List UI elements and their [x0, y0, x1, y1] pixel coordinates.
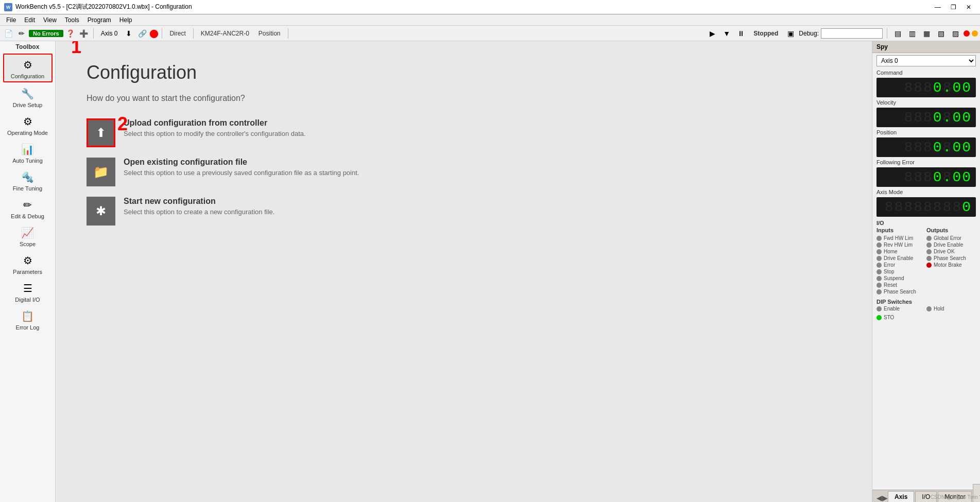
sidebar-item-edit-debug[interactable]: ✏ Edit & Debug — [3, 195, 53, 221]
axis-mode-label: Axis Mode — [872, 188, 980, 196]
io-phase-search-out: Phase Search — [926, 255, 976, 261]
device-label: KM24F-ANC2R-0 — [197, 29, 253, 38]
axis-mode-value: 0 — [962, 199, 972, 215]
dip-section: DIP Switches Enable Hold — [872, 297, 980, 314]
sidebar-item-configuration[interactable]: ⚙ Configuration — [3, 54, 53, 82]
velocity-label: Velocity — [872, 98, 980, 107]
menu-bar: File Edit View Tools Program Help — [0, 14, 980, 26]
menu-program[interactable]: Program — [83, 15, 115, 25]
toolbar-btn-3[interactable]: ▦ — [920, 27, 933, 40]
axis-config-btn[interactable]: ⬇ — [123, 27, 135, 40]
help-button[interactable]: ❓ — [64, 27, 77, 40]
sidebar-item-scope[interactable]: 📈 Scope — [3, 222, 53, 249]
command-value: 0.00 — [933, 80, 972, 96]
layout-button[interactable]: ▣ — [784, 27, 797, 40]
toolbar-btn-2[interactable]: ▥ — [906, 27, 918, 40]
maximize-button[interactable]: ❐ — [946, 2, 960, 12]
position-mode-label: Position — [254, 29, 285, 38]
following-error-display: 8888888 0.00 — [876, 167, 976, 187]
play-button[interactable]: ▶ — [706, 27, 718, 40]
spy-header: Spy — [872, 41, 980, 53]
debug-input[interactable] — [821, 28, 883, 39]
scope-label: Scope — [20, 241, 36, 247]
drive-enable-out-led — [926, 243, 932, 248]
velocity-value: 0.00 — [933, 110, 972, 126]
sidebar-item-parameters[interactable]: ⚙ Parameters — [3, 250, 53, 277]
toolbar-sep-2 — [162, 28, 162, 39]
upload-option-title: Upload configuration from controller — [124, 118, 306, 128]
config-option-new[interactable]: ✱ Start new configuration Select this op… — [87, 197, 841, 226]
sidebar-item-auto-tuning[interactable]: 📊 Auto Tuning — [3, 139, 53, 166]
dip-label: DIP Switches — [876, 299, 976, 305]
title-bar: W WorkBench v5.5 - [C2调试2022070802V1.0.w… — [0, 0, 980, 14]
config-option-open[interactable]: 📁 Open existing configuration file Selec… — [87, 158, 841, 186]
suspend-label: Suspend — [884, 275, 904, 281]
io-label: I/O — [876, 220, 976, 226]
io-global-error: Global Error — [926, 235, 976, 241]
config-title: Configuration — [87, 62, 841, 83]
minimize-button[interactable]: — — [931, 2, 945, 12]
tab-nav-next[interactable]: ▶ — [882, 494, 888, 502]
drive-setup-label: Drive Setup — [13, 102, 42, 108]
new-option-text: Start new configuration Select this opti… — [124, 197, 274, 216]
toolbar-sep-5 — [887, 28, 887, 39]
open-option-text: Open existing configuration file Select … — [124, 158, 359, 177]
toolbar-btn-4[interactable]: ▧ — [935, 27, 947, 40]
config-subtitle: How do you want to start the configurati… — [87, 94, 841, 103]
upload-option-desc: Select this option to modify the control… — [124, 130, 306, 137]
io-stop: Stop — [876, 269, 926, 274]
reset-led — [876, 283, 882, 288]
rev-hw-lim-label: Rev HW Lim — [884, 242, 913, 248]
stop-led — [876, 269, 882, 274]
open-file-icon: 📁 — [87, 158, 115, 186]
io-grid: Inputs Fwd HW Lim Rev HW Lim Home — [876, 227, 976, 295]
menu-file[interactable]: File — [2, 15, 20, 25]
upload-icon: ⬆ — [87, 118, 115, 147]
close-button[interactable]: ✕ — [961, 2, 976, 12]
outputs-header: Outputs — [926, 227, 976, 233]
red-indicator — [964, 30, 970, 37]
menu-tools[interactable]: Tools — [61, 15, 83, 25]
pause-button[interactable]: ⏸ — [735, 27, 747, 40]
operating-mode-label: Operating Mode — [7, 130, 48, 136]
menu-edit[interactable]: Edit — [20, 15, 39, 25]
toolbar-btn-5[interactable]: ▨ — [949, 27, 961, 40]
sidebar-item-fine-tuning[interactable]: 🔩 Fine Tuning — [3, 167, 53, 194]
sidebar-item-operating-mode[interactable]: ⚙ Operating Mode — [3, 111, 53, 138]
connection-btn[interactable]: 🔗 — [136, 27, 148, 40]
velocity-display: 8888888 0.00 — [876, 108, 976, 127]
drive-ok-led — [926, 249, 932, 254]
sidebar-item-drive-setup[interactable]: 🔧 Drive Setup — [3, 83, 53, 110]
toolbar-btn-1[interactable]: ▤ — [891, 27, 904, 40]
add-button[interactable]: ➕ — [78, 27, 90, 40]
menu-help[interactable]: Help — [115, 15, 136, 25]
axis-select[interactable]: Axis 0 Axis 1 — [876, 55, 976, 66]
sto-item: STO — [872, 314, 980, 321]
configuration-icon: ⚙ — [20, 57, 36, 73]
dip-hold-label: Hold — [934, 306, 944, 311]
inputs-column: Inputs Fwd HW Lim Rev HW Lim Home — [876, 227, 926, 295]
io-home: Home — [876, 249, 926, 254]
sto-label: STO — [884, 315, 894, 320]
reset-label: Reset — [884, 282, 897, 288]
inputs-header: Inputs — [876, 227, 926, 233]
io-suspend: Suspend — [876, 275, 926, 281]
edit-button[interactable]: ✏ — [15, 27, 28, 40]
operating-mode-icon: ⚙ — [20, 113, 36, 130]
dip-enable: Enable — [876, 306, 926, 311]
sidebar-item-error-log[interactable]: 📋 Error Log — [3, 306, 53, 333]
toolbar-sep-1 — [93, 28, 94, 39]
play-down-button[interactable]: ▼ — [720, 27, 733, 40]
new-config-icon: ✱ — [87, 197, 115, 226]
config-option-upload[interactable]: 2 ⬆ Upload configuration from controller… — [87, 118, 841, 147]
config-panel: 1 Configuration How do you want to start… — [56, 41, 872, 502]
sidebar-item-digital-io[interactable]: ☰ Digital I/O — [3, 278, 53, 305]
io-phase-search-in: Phase Search — [876, 289, 926, 295]
new-button[interactable]: 📄 — [2, 27, 14, 40]
following-error-label: Following Error — [872, 158, 980, 166]
fine-tuning-label: Fine Tuning — [13, 185, 42, 192]
status-badge: No Errors — [29, 30, 63, 37]
tab-nav-prev[interactable]: ◀ — [876, 494, 882, 502]
menu-view[interactable]: View — [39, 15, 61, 25]
tab-axis[interactable]: Axis — [888, 491, 914, 502]
